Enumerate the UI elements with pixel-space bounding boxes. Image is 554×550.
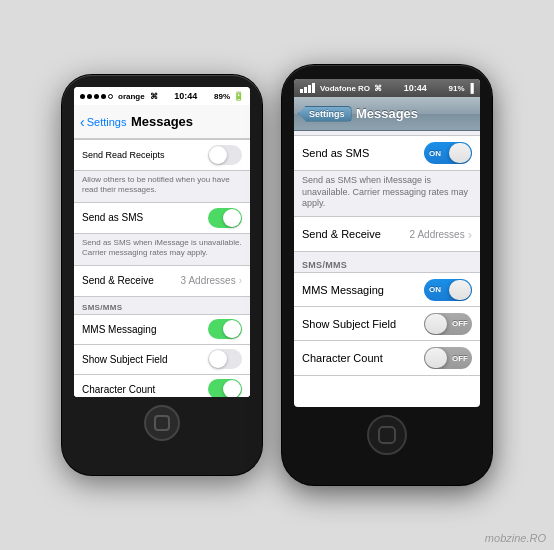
toggle-charcount-right[interactable]: OFF: [424, 347, 472, 369]
phone-left: orange ⌘ 10:44 89% 🔋 ‹ Settings Mess: [62, 75, 262, 475]
row-read-receipts[interactable]: Send Read Receipts: [74, 140, 250, 170]
row-charcount-left[interactable]: Character Count: [74, 375, 250, 397]
back-button-right[interactable]: Settings: [298, 106, 352, 122]
send-receive-label: Send & Receive: [82, 275, 154, 286]
row-mms-right[interactable]: MMS Messaging ON: [294, 273, 480, 307]
mms-on-label: ON: [429, 285, 441, 294]
chevron-send-receive-right: ›: [468, 227, 472, 242]
toggle-send-sms[interactable]: [208, 208, 242, 228]
back-label-left: Settings: [87, 116, 127, 128]
table-send-sms: Send as SMS: [74, 202, 250, 234]
toggle-subject-left[interactable]: [208, 349, 242, 369]
row-send-sms[interactable]: Send as SMS: [74, 203, 250, 233]
nav-title-left: Messages: [131, 114, 193, 129]
row-charcount-right[interactable]: Character Count OFF: [294, 341, 480, 375]
nav-bar-left: ‹ Settings Messages: [74, 105, 250, 139]
home-button-right[interactable]: [367, 415, 407, 455]
toggle-send-sms-right[interactable]: ON: [424, 142, 472, 164]
phone-right-shell: Vodafone RO ⌘ 10:44 91% ▐ Settings: [282, 65, 492, 485]
toggle-subject-right[interactable]: OFF: [424, 313, 472, 335]
nav-bar-right: Settings Messages: [294, 97, 480, 131]
mms-label-right: MMS Messaging: [302, 284, 384, 296]
phone-left-screen: orange ⌘ 10:44 89% 🔋 ‹ Settings Mess: [74, 87, 250, 397]
mms-label-left: MMS Messaging: [82, 324, 156, 335]
subject-off-label: OFF: [452, 319, 468, 328]
row-subject-right[interactable]: Show Subject Field OFF: [294, 307, 480, 341]
table-sms-right: Send as SMS ON: [294, 135, 480, 171]
send-sms-label-right: Send as SMS: [302, 147, 369, 159]
chevron-send-receive: ›: [239, 275, 242, 286]
table-send-receive-right: Send & Receive 2 Addresses ›: [294, 216, 480, 252]
toggle-read-receipts[interactable]: [208, 145, 242, 165]
phone-right-screen: Vodafone RO ⌘ 10:44 91% ▐ Settings: [294, 79, 480, 407]
phone-right: Vodafone RO ⌘ 10:44 91% ▐ Settings: [282, 65, 492, 485]
scene: orange ⌘ 10:44 89% 🔋 ‹ Settings Mess: [0, 0, 554, 550]
read-receipts-desc: Allow others to be notified when you hav…: [74, 171, 250, 202]
table-read-receipts: Send Read Receipts: [74, 139, 250, 171]
signal-left: [80, 94, 113, 99]
table-smsmms-right: MMS Messaging ON Show Subject Field OFF: [294, 272, 480, 376]
home-btn-inner-right: [378, 426, 396, 444]
settings-content-right: Send as SMS ON Send as SMS when iMessage…: [294, 131, 480, 376]
time-left: 10:44: [174, 91, 197, 101]
wifi-icon-left: ⌘: [150, 92, 158, 101]
charcount-off-label: OFF: [452, 354, 468, 363]
charcount-label-right: Character Count: [302, 352, 383, 364]
time-right: 10:44: [404, 83, 427, 93]
table-send-receive: Send & Receive 3 Addresses ›: [74, 265, 250, 297]
settings-content-left: Send Read Receipts Allow others to be no…: [74, 139, 250, 397]
section-smsmms-left: SMS/MMS: [74, 297, 250, 314]
row-send-receive[interactable]: Send & Receive 3 Addresses ›: [74, 266, 250, 296]
back-button-left[interactable]: ‹ Settings: [80, 115, 126, 129]
row-send-receive-right[interactable]: Send & Receive 2 Addresses ›: [294, 217, 480, 251]
table-smsmms-left: MMS Messaging Show Subject Field: [74, 314, 250, 397]
toggle-mms-left[interactable]: [208, 319, 242, 339]
send-sms-label: Send as SMS: [82, 212, 143, 223]
battery-right: 91%: [449, 84, 465, 93]
home-btn-inner-left: [154, 415, 170, 431]
subject-label-left: Show Subject Field: [82, 354, 168, 365]
status-bar-left: orange ⌘ 10:44 89% 🔋: [74, 87, 250, 105]
row-subject-left[interactable]: Show Subject Field: [74, 345, 250, 375]
signal-right: [300, 83, 315, 93]
phone-left-shell: orange ⌘ 10:44 89% 🔋 ‹ Settings Mess: [62, 75, 262, 475]
back-btn-right[interactable]: Settings: [298, 106, 352, 122]
home-button-left[interactable]: [144, 405, 180, 441]
row-mms-left[interactable]: MMS Messaging: [74, 315, 250, 345]
back-chevron-left: ‹: [80, 115, 85, 129]
carrier-left: orange: [118, 92, 145, 101]
charcount-label-left: Character Count: [82, 384, 155, 395]
send-receive-value: 3 Addresses: [181, 275, 236, 286]
send-sms-desc: Send as SMS when iMessage is unavailable…: [74, 234, 250, 265]
nav-title-right: Messages: [356, 106, 418, 121]
subject-label-right: Show Subject Field: [302, 318, 396, 330]
section-smsmms-right: SMS/MMS: [294, 252, 480, 272]
battery-left: 89%: [214, 92, 230, 101]
wifi-icon-right: ⌘: [374, 84, 382, 93]
status-bar-right: Vodafone RO ⌘ 10:44 91% ▐: [294, 79, 480, 97]
toggle-on-label: ON: [429, 149, 441, 158]
toggle-sms-knob: [223, 209, 241, 227]
watermark: mobzine.RO: [485, 532, 546, 544]
toggle-knob: [209, 146, 227, 164]
send-receive-value-right: 2 Addresses: [410, 229, 465, 240]
send-receive-label-right: Send & Receive: [302, 228, 381, 240]
read-receipts-label: Send Read Receipts: [82, 150, 165, 160]
row-send-sms-right[interactable]: Send as SMS ON: [294, 136, 480, 170]
toggle-mms-right[interactable]: ON: [424, 279, 472, 301]
battery-icon-left: 🔋: [233, 91, 244, 101]
send-sms-desc-right: Send as SMS when iMessage is unavailable…: [294, 171, 480, 216]
toggle-charcount-left[interactable]: [208, 379, 242, 397]
battery-icon-right: ▐: [468, 83, 474, 93]
carrier-right: Vodafone RO: [320, 84, 370, 93]
